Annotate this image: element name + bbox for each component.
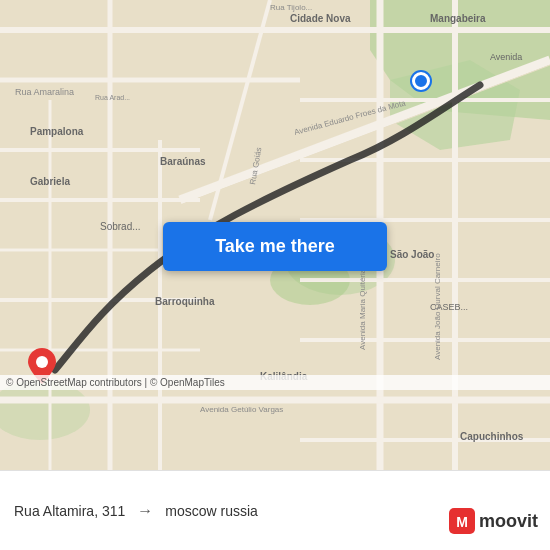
arrow-icon: → <box>137 502 153 520</box>
destination-dot <box>412 72 430 90</box>
svg-text:Avenida Getúlio Vargas: Avenida Getúlio Vargas <box>200 405 283 414</box>
svg-text:Mangabeira: Mangabeira <box>430 13 486 24</box>
svg-text:M: M <box>456 514 468 530</box>
svg-text:Rua Tijolo...: Rua Tijolo... <box>270 3 312 12</box>
svg-text:Cidade Nova: Cidade Nova <box>290 13 351 24</box>
svg-text:Rua Amaralina: Rua Amaralina <box>15 87 74 97</box>
bottom-bar: Rua Altamira, 311 → moscow russia M moov… <box>0 470 550 550</box>
svg-point-48 <box>36 356 48 368</box>
svg-text:Sobrad...: Sobrad... <box>100 221 141 232</box>
svg-text:Avenida Maria Quitéria: Avenida Maria Quitéria <box>358 268 367 350</box>
svg-text:Capuchinhos: Capuchinhos <box>460 431 524 442</box>
map-container: Rua Amaralina Gabriela Pampalona Baraúna… <box>0 0 550 470</box>
moovit-logo: M moovit <box>449 508 538 534</box>
svg-text:Baraúnas: Baraúnas <box>160 156 206 167</box>
svg-text:Pampalona: Pampalona <box>30 126 84 137</box>
moovit-brand-text: moovit <box>479 511 538 532</box>
svg-text:Avenida João Durval Carneiro: Avenida João Durval Carneiro <box>433 253 442 360</box>
svg-text:São João: São João <box>390 249 434 260</box>
osm-attribution: © OpenStreetMap contributors | © OpenMap… <box>0 375 550 390</box>
svg-text:Avenida: Avenida <box>490 52 522 62</box>
svg-text:Gabriela: Gabriela <box>30 176 70 187</box>
svg-text:Barroquinha: Barroquinha <box>155 296 215 307</box>
to-label: moscow russia <box>165 503 258 519</box>
from-label: Rua Altamira, 311 <box>14 503 125 519</box>
take-me-there-button[interactable]: Take me there <box>163 222 387 271</box>
svg-text:Rua Arad...: Rua Arad... <box>95 94 130 101</box>
